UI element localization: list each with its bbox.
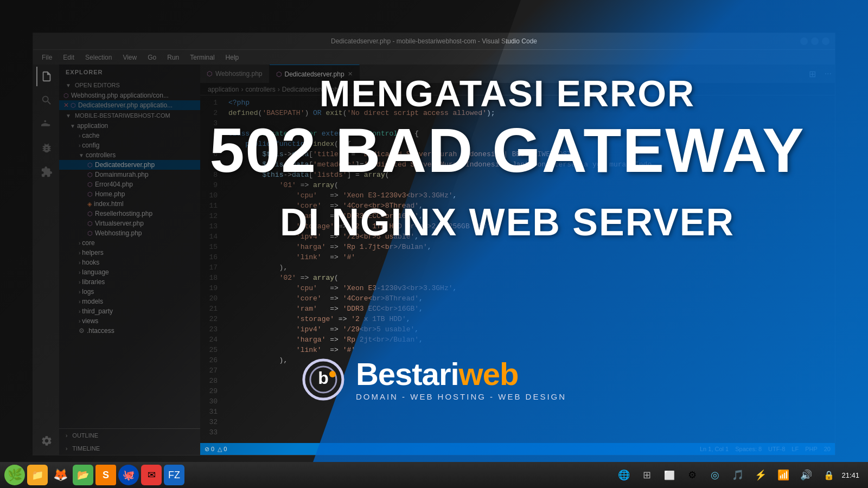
tab-dedicatedserver[interactable]: ⬡ Dedicatedserver.php ✕: [270, 65, 360, 83]
sourcetree-button[interactable]: 🐙: [118, 465, 139, 485]
application-chevron: ▼: [70, 123, 75, 129]
menu-go[interactable]: Go: [143, 53, 161, 62]
app-icon[interactable]: ⚙: [682, 465, 703, 485]
more-actions-icon[interactable]: ···: [821, 65, 835, 83]
menu-file[interactable]: File: [37, 53, 56, 62]
terminal-icon[interactable]: ⊞: [636, 465, 657, 485]
tree-third-party[interactable]: › third_party: [59, 306, 200, 316]
music-icon[interactable]: 🎵: [727, 465, 748, 485]
sublime-button[interactable]: S: [95, 465, 116, 485]
open-editors-section[interactable]: ▼ OPEN EDITORS: [59, 80, 200, 91]
tree-dedicatedserver-php[interactable]: ⬡ Dedicatedserver.php: [59, 160, 200, 170]
config-label: config: [82, 142, 99, 149]
status-spaces: Spaces: 8: [735, 446, 762, 452]
folder-button[interactable]: 📂: [73, 465, 93, 485]
tree-home-php[interactable]: ⬡ Home.php: [59, 189, 200, 199]
tree-logs[interactable]: › logs: [59, 287, 200, 297]
menu-help[interactable]: Help: [221, 53, 244, 62]
activity-debug[interactable]: [36, 138, 56, 158]
email-button[interactable]: ✉: [141, 465, 162, 485]
menu-bar: File Edit Selection View Go Run Terminal…: [33, 49, 835, 65]
window-icon[interactable]: ⬜: [659, 465, 680, 485]
tree-views[interactable]: › views: [59, 316, 200, 326]
tree-application[interactable]: ▼ application: [59, 121, 200, 131]
browser-icon[interactable]: 🌐: [614, 465, 634, 485]
tree-core[interactable]: › core: [59, 238, 200, 248]
tree-webhosting-php[interactable]: ⬡ Webhosting.php: [59, 228, 200, 238]
timeline-chevron: ›: [66, 446, 67, 452]
editor-layout-icon[interactable]: ⊞: [803, 65, 821, 83]
menu-selection[interactable]: Selection: [81, 53, 116, 62]
open-editor-dedicatedserver[interactable]: ✕ ⬡ Dedicatedserver.php applicatio...: [59, 100, 200, 110]
menu-run[interactable]: Run: [163, 53, 183, 62]
tree-controllers[interactable]: ▼ controllers: [59, 150, 200, 160]
html-icon: ◈: [87, 201, 92, 208]
activity-search[interactable]: [36, 91, 56, 110]
wifi-icon[interactable]: 📶: [773, 465, 794, 485]
open-editor-webhosting[interactable]: ⬡ Webhosting.php application/con...: [59, 91, 200, 100]
timeline-section[interactable]: › TIMELINE: [59, 442, 200, 455]
tree-models[interactable]: › models: [59, 297, 200, 306]
explorer-header: EXPLORER: [59, 65, 200, 80]
status-encoding: UTF-8: [768, 446, 785, 452]
status-language: PHP: [805, 446, 818, 452]
tree-index-html[interactable]: ◈ index.html: [59, 199, 200, 209]
controllers-label: controllers: [86, 151, 116, 159]
virtualserver-php-label: Virtualserver.php: [95, 220, 144, 227]
tree-error404-php[interactable]: ⬡ Error404.php: [59, 179, 200, 189]
tree-config[interactable]: › config: [59, 140, 200, 150]
status-eol: LF: [792, 446, 799, 452]
tree-libraries[interactable]: › libraries: [59, 277, 200, 287]
activity-source-control[interactable]: [36, 114, 56, 134]
tree-virtualserver-php[interactable]: ⬡ Virtualserver.php: [59, 219, 200, 228]
open-editors-chevron: ▼: [66, 82, 71, 88]
maximize-button[interactable]: [811, 37, 819, 45]
tree-cache[interactable]: › cache: [59, 131, 200, 140]
linux-mint-button[interactable]: 🌿: [4, 465, 25, 485]
tree-hooks[interactable]: › hooks: [59, 258, 200, 267]
resellerhosting-php-label: Resellerhosting.php: [95, 210, 152, 217]
bluetooth-icon[interactable]: ⚡: [750, 465, 771, 485]
tab-webhosting[interactable]: ⬡ Webhosting.php: [200, 65, 270, 83]
php-icon-4: ⬡: [87, 191, 93, 198]
hooks-chevron: ›: [79, 260, 80, 266]
menu-view[interactable]: View: [118, 53, 141, 62]
php-icon-7: ⬡: [87, 230, 93, 237]
error404-php-label: Error404.php: [95, 181, 133, 188]
tab-webhosting-label: Webhosting.php: [215, 70, 263, 78]
core-chevron: ›: [79, 240, 80, 246]
tree-htaccess[interactable]: ⚙ .htaccess: [59, 326, 200, 336]
breadcrumb-file[interactable]: Dedicatedserver.php: [282, 86, 342, 93]
code-area[interactable]: 12345 678910 1112131415 1617181920 21222…: [200, 95, 835, 443]
taskbar: 🌿 📁 🦊 📂 S 🐙 ✉ FZ 🌐 ⊞ ⬜ ⚙ ◎ 🎵 ⚡ 📶 🔊 🔒 21:…: [0, 462, 868, 488]
tree-language[interactable]: › language: [59, 267, 200, 277]
filezilla-button[interactable]: FZ: [164, 465, 184, 485]
lock-icon[interactable]: 🔒: [819, 465, 839, 485]
virtualbox-icon[interactable]: ◎: [705, 465, 725, 485]
tab-close-icon[interactable]: ✕: [348, 70, 353, 78]
volume-icon[interactable]: 🔊: [796, 465, 816, 485]
activity-extensions[interactable]: [36, 162, 56, 182]
breadcrumb-application[interactable]: application: [208, 86, 239, 93]
activity-settings[interactable]: [36, 431, 56, 451]
status-zoom: 20: [824, 446, 831, 452]
breadcrumb-controllers[interactable]: controllers: [245, 86, 275, 93]
close-icon-dedicatedserver[interactable]: ✕: [63, 101, 69, 109]
menu-terminal[interactable]: Terminal: [186, 53, 219, 62]
tab-webhosting-icon: ⬡: [207, 70, 212, 78]
menu-edit[interactable]: Edit: [59, 53, 79, 62]
close-button[interactable]: [822, 37, 829, 45]
minimize-button[interactable]: [800, 37, 808, 45]
open-editor-name-webhosting: Webhosting.php application/con...: [71, 92, 169, 99]
sidebar-bottom: › OUTLINE › TIMELINE: [59, 428, 200, 455]
project-section[interactable]: ▼ MOBILE-BESTARIWEBHOST-COM: [59, 110, 200, 121]
firefox-button[interactable]: 🦊: [50, 465, 71, 485]
activity-explorer[interactable]: [36, 67, 56, 86]
tree-domainmurah-php[interactable]: ⬡ Domainmurah.php: [59, 170, 200, 179]
webhosting-php-label: Webhosting.php: [95, 229, 142, 237]
tree-resellerhosting-php[interactable]: ⬡ Resellerhosting.php: [59, 209, 200, 219]
tree-helpers[interactable]: › helpers: [59, 248, 200, 258]
outline-section[interactable]: › OUTLINE: [59, 429, 200, 442]
files-button[interactable]: 📁: [27, 465, 48, 485]
taskbar-time: 21:41: [841, 471, 859, 479]
